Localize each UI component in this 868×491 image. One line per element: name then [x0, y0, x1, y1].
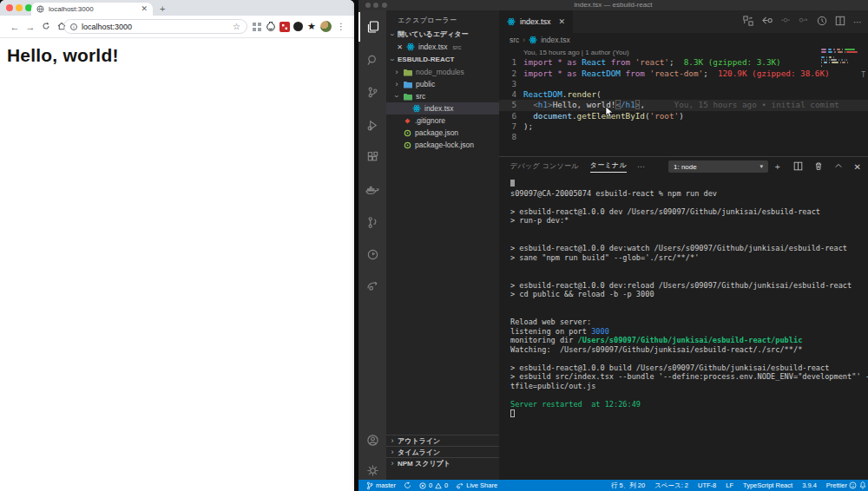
- tab-close-icon[interactable]: ✕: [141, 5, 148, 13]
- split-editor-icon[interactable]: [835, 16, 845, 28]
- status-item[interactable]: 行 5、列 20: [611, 481, 645, 490]
- browser-menu-icon[interactable]: ⋮: [337, 22, 345, 31]
- terminal-line: [510, 308, 862, 318]
- back-icon[interactable]: ←: [7, 22, 23, 32]
- vscode-titlebar[interactable]: index.tsx — esbuild-react: [358, 0, 868, 10]
- go-back-icon[interactable]: [761, 16, 773, 28]
- code-line[interactable]: 1import * as React from 'react'; 8.3K (g…: [499, 57, 868, 68]
- status-item[interactable]: Prettier: [826, 481, 847, 490]
- panel-more-icon[interactable]: ⋯: [637, 162, 645, 171]
- tab-terminal[interactable]: ターミナル: [590, 160, 627, 173]
- code-line[interactable]: 7);: [499, 121, 868, 132]
- reload-icon[interactable]: [38, 22, 54, 32]
- go-to-icon[interactable]: [780, 16, 791, 27]
- react-icon: [412, 104, 421, 113]
- live-share-icon[interactable]: [358, 271, 386, 300]
- tree-item-package-lock.json[interactable]: package-lock.json: [386, 139, 499, 151]
- close-panel-icon[interactable]: ✕: [854, 162, 861, 172]
- sidebar-section[interactable]: ›NPM スクリプト: [386, 457, 499, 468]
- terminal-line: [510, 299, 862, 309]
- site-info-icon[interactable]: i: [70, 23, 77, 30]
- search-icon[interactable]: [358, 45, 386, 75]
- browser-tab[interactable]: localhost:3000 ✕: [31, 3, 153, 16]
- toggle-blame-icon[interactable]: [817, 16, 827, 28]
- star-extension-icon[interactable]: ★: [306, 22, 317, 32]
- terminal-line: s09097@CA-20005074 esbuild-react % npm r…: [510, 189, 862, 199]
- new-tab-button[interactable]: +: [160, 3, 165, 14]
- minimap[interactable]: [821, 49, 858, 153]
- breadcrumb[interactable]: src › index.tsx: [510, 34, 570, 45]
- status-item[interactable]: LF: [726, 481, 733, 490]
- terminal-select[interactable]: 1: node ▾: [668, 160, 768, 173]
- file-tree: ›node_modules›public›srcindex.tsx.gitign…: [386, 66, 499, 151]
- close-traffic-light[interactable]: [6, 4, 13, 11]
- sidebar-section[interactable]: ›アウトライン: [386, 435, 499, 446]
- notifications-bell-icon[interactable]: [859, 481, 866, 489]
- code-line[interactable]: 2import * as ReactDOM from 'react-dom'; …: [499, 69, 868, 79]
- chevron-right-icon: ›: [523, 36, 525, 44]
- tree-item-src[interactable]: ›src: [386, 90, 499, 102]
- kill-terminal-icon[interactable]: [814, 161, 823, 173]
- new-terminal-icon[interactable]: ＋: [773, 160, 782, 173]
- tree-item-.gitignore[interactable]: .gitignore: [386, 115, 499, 127]
- live-share-status[interactable]: Live Share: [456, 481, 497, 489]
- terminal-line: [510, 262, 862, 272]
- red-extension-icon[interactable]: [279, 22, 290, 32]
- dot-extension-icon[interactable]: [293, 22, 303, 31]
- code-line[interactable]: 4ReactDOM.render(: [499, 89, 868, 100]
- code-line[interactable]: 6 document.getElementById('root'): [499, 111, 868, 121]
- go-forward-icon[interactable]: [799, 16, 809, 27]
- tree-item-node_modules[interactable]: ›node_modules: [386, 66, 499, 78]
- grid-extension-icon[interactable]: [252, 22, 262, 32]
- bookmark-star-icon[interactable]: ☆: [233, 22, 240, 31]
- tab-debug-console[interactable]: デバッグ コンソール: [510, 161, 579, 173]
- sync-icon[interactable]: [404, 481, 411, 489]
- close-icon[interactable]: ✕: [397, 43, 403, 51]
- extensions-icon[interactable]: [358, 142, 386, 172]
- maximize-panel-icon[interactable]: [834, 162, 843, 171]
- status-item[interactable]: TypeScript React: [743, 481, 792, 490]
- chevron-down-icon: ›: [388, 31, 397, 38]
- mouse-cursor: [605, 106, 614, 121]
- status-item[interactable]: スペース: 2: [654, 481, 688, 490]
- source-control-icon[interactable]: [358, 77, 386, 107]
- split-terminal-icon[interactable]: [793, 161, 803, 173]
- terminal-panel: デバッグ コンソール ターミナル ⋯ 1: node ▾ ＋ ✕ s09097@…: [499, 156, 868, 480]
- docker-icon[interactable]: [358, 175, 386, 205]
- open-editor-item[interactable]: ✕ index.tsx src: [386, 41, 499, 53]
- more-actions-icon[interactable]: ⋯: [853, 17, 863, 27]
- feedback-smiley-icon[interactable]: [849, 481, 857, 489]
- gitlens-icon[interactable]: [358, 207, 386, 237]
- branch-status[interactable]: master: [366, 481, 396, 490]
- minimize-traffic-light[interactable]: [16, 4, 23, 11]
- status-item[interactable]: UTF-8: [698, 481, 716, 490]
- code-line[interactable]: 3: [499, 79, 868, 89]
- sidebar-section[interactable]: ›タイムライン: [386, 446, 499, 457]
- code-editor[interactable]: You, 15 hours ago | 1 author (You)1impor…: [499, 47, 868, 143]
- explorer-icon[interactable]: [358, 12, 386, 42]
- editor-tab-indextsx[interactable]: index.tsx ✕: [499, 10, 573, 33]
- account-icon[interactable]: [358, 425, 386, 455]
- code-line[interactable]: 5 <h1>Hello, world!</h1>, You, 15 hours …: [499, 100, 868, 110]
- code-line[interactable]: You, 15 hours ago | 1 author (You): [499, 47, 868, 57]
- workspace-section[interactable]: › ESBUILD-REACT: [386, 53, 499, 66]
- status-item[interactable]: 3.9.4: [802, 481, 817, 490]
- problems-status[interactable]: 0 0: [419, 481, 448, 489]
- address-bar[interactable]: i localhost:3000 ☆: [63, 19, 247, 34]
- terminal-output[interactable]: s09097@CA-20005074 esbuild-react % npm r…: [510, 180, 862, 419]
- github-extension-icon[interactable]: [266, 22, 276, 32]
- forward-icon[interactable]: →: [23, 22, 38, 32]
- open-editors-section[interactable]: › 開いているエディター: [386, 28, 499, 41]
- timer-icon[interactable]: [358, 239, 386, 269]
- profile-avatar[interactable]: [320, 21, 332, 32]
- tree-item-package.json[interactable]: package.json: [386, 127, 499, 139]
- code-line[interactable]: 8: [499, 132, 868, 142]
- activity-bar: [358, 10, 386, 480]
- react-file-icon: [529, 36, 537, 44]
- tree-item-public[interactable]: ›public: [386, 78, 499, 90]
- run-debug-icon[interactable]: [358, 110, 386, 140]
- open-changes-icon[interactable]: [743, 16, 753, 28]
- tree-item-index.tsx[interactable]: index.tsx: [386, 102, 499, 115]
- chevron-down-icon: ›: [388, 56, 397, 63]
- tab-close-icon[interactable]: ✕: [559, 17, 566, 26]
